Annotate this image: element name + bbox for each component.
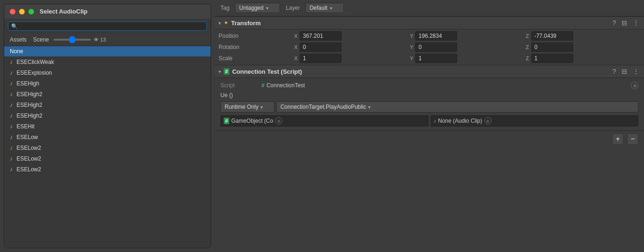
audio-clip-list: None ♪ ESEClickWeak ♪ ESEExplosion ♪ ESE… [4, 46, 211, 248]
list-item[interactable]: ♪ ESELow2 [4, 164, 211, 175]
layer-value: Default [309, 5, 327, 11]
item-label: None [10, 48, 23, 55]
transform-icon: ✦ [224, 20, 228, 26]
add-button[interactable]: + [612, 133, 623, 145]
transform-fields: Position X Y Z Rotation X Y Z Scale [215, 29, 644, 65]
script-field-label: Script [220, 82, 258, 89]
window-title: Select AudioClip [40, 8, 88, 15]
scale-y-input[interactable] [415, 54, 457, 63]
x-axis-label: X [293, 33, 299, 39]
list-item[interactable]: ♪ ESEExplosion [4, 67, 211, 78]
window-titlebar: Select AudioClip [4, 4, 211, 19]
scale-label: Scale [219, 54, 293, 63]
script-collapse-icon[interactable]: ▾ [219, 69, 221, 74]
layer-dropdown[interactable]: Default ▾ [305, 3, 344, 13]
event-row: Runtime Only ▾ ConnectionTarget.PlayAudi… [220, 101, 638, 112]
list-item[interactable]: ♪ ESEHigh [4, 78, 211, 89]
rotation-x-input[interactable] [300, 42, 342, 52]
transform-collapse-icon[interactable]: ▾ [219, 21, 221, 26]
maximize-button[interactable] [28, 9, 34, 14]
transform-menu-button[interactable]: ⋮ [632, 19, 640, 27]
scene-row: Scene [31, 35, 91, 44]
minimize-button[interactable] [19, 9, 25, 14]
tabs-row: Assets Scene 👁 13 [4, 34, 211, 46]
list-item[interactable]: ♪ ESELow2 [4, 153, 211, 164]
rotation-z-group: Z [525, 42, 640, 52]
tab-assets[interactable]: Assets [8, 35, 28, 44]
search-input[interactable] [20, 23, 204, 29]
rotation-y-group: Y [409, 42, 524, 52]
layer-label: Layer [286, 5, 300, 11]
gameobject-target-button[interactable]: ◎ [275, 117, 282, 125]
transform-title: Transform [231, 20, 609, 27]
search-input-wrap: 🔍 [8, 21, 207, 31]
close-button[interactable] [10, 9, 15, 14]
scale-y-group: Y [409, 54, 524, 63]
item-label: ESELow2 [17, 166, 41, 173]
gameobject-label: GameObject (Co [231, 118, 273, 124]
list-item[interactable]: ♪ ESELow2 [4, 142, 211, 153]
item-label: ESEHit [17, 123, 35, 130]
position-x-group: X [293, 31, 409, 41]
transform-help-button[interactable]: ? [611, 19, 617, 27]
tag-chevron-down-icon: ▾ [266, 6, 268, 11]
z-axis-label: Z [525, 56, 530, 61]
scale-x-input[interactable] [300, 54, 342, 63]
list-item[interactable]: ♪ ESELow [4, 132, 211, 142]
script-menu-button[interactable]: ⋮ [632, 68, 640, 75]
z-axis-label: Z [525, 33, 530, 39]
hash-icon: # [224, 68, 229, 75]
item-label: ESEHigh [17, 80, 40, 87]
rotation-y-input[interactable] [415, 42, 457, 52]
y-axis-label: Y [409, 44, 414, 50]
script-hash-icon: # [261, 82, 265, 89]
position-y-input[interactable] [415, 31, 457, 41]
item-label: ESEHigh2 [17, 91, 42, 98]
list-item[interactable]: ♪ ESEHigh2 [4, 110, 211, 121]
script-settings-button[interactable]: ⊟ [621, 68, 628, 75]
music-icon: ♪ [10, 112, 13, 119]
object-row: # GameObject (Co ◎ ♪ None (Audio Clip) ◎ [220, 115, 638, 126]
x-axis-label: X [293, 56, 299, 61]
list-item[interactable]: ♪ ESEHigh2 [4, 99, 211, 110]
rotation-z-input[interactable] [531, 42, 573, 52]
music-icon: ♪ [10, 155, 13, 162]
transform-settings-button[interactable]: ⊟ [621, 19, 628, 27]
y-axis-label: Y [409, 56, 414, 61]
script-target-button[interactable]: ◎ [631, 82, 638, 89]
list-item[interactable]: ♪ ESEHit [4, 121, 211, 132]
runtime-dropdown[interactable]: Runtime Only ▾ [220, 101, 274, 112]
search-bar: 🔍 [4, 19, 211, 34]
tag-dropdown[interactable]: Untagged ▾ [235, 3, 280, 13]
audioclip-field: ♪ None (Audio Clip) ◎ [431, 115, 639, 126]
eye-icon: 👁 [94, 37, 99, 42]
transform-actions: ? ⊟ ⋮ [611, 19, 640, 27]
scene-slider[interactable] [54, 39, 91, 41]
list-item[interactable]: ♪ ESEHigh2 [4, 89, 211, 99]
remove-button[interactable]: − [627, 133, 638, 145]
tag-value: Untagged [239, 5, 263, 11]
audioclip-target-button[interactable]: ◎ [484, 117, 492, 125]
gameobject-hash-icon: # [224, 118, 229, 124]
script-section-header: ▾ # Connection Test (Script) ? ⊟ ⋮ [215, 65, 644, 78]
y-axis-label: Y [409, 33, 414, 39]
bottom-bar: + − [215, 130, 644, 147]
method-dropdown[interactable]: ConnectionTarget.PlayAudioPublic ▾ [276, 101, 638, 112]
item-label: ESEClickWeak [17, 59, 54, 65]
select-audioclip-panel: Select AudioClip 🔍 Assets Scene 👁 13 Non… [4, 4, 211, 248]
position-x-input[interactable] [300, 31, 342, 41]
gameobject-field: # GameObject (Co ◎ [220, 115, 429, 126]
tab-scene[interactable]: Scene [31, 35, 51, 44]
list-item[interactable]: None [4, 46, 211, 56]
position-z-group: Z [525, 31, 640, 41]
layer-chevron-down-icon: ▾ [330, 6, 332, 11]
music-icon: ♪ [10, 69, 13, 76]
tag-layer-row: Tag Untagged ▾ Layer Default ▾ [215, 0, 644, 16]
scale-z-input[interactable] [531, 54, 573, 63]
position-z-input[interactable] [531, 31, 573, 41]
script-help-button[interactable]: ? [611, 68, 617, 75]
audioclip-label: None (Audio Clip) [438, 118, 482, 124]
music-icon: ♪ [10, 166, 13, 173]
tag-label: Tag [220, 5, 229, 11]
list-item[interactable]: ♪ ESEClickWeak [4, 56, 211, 67]
